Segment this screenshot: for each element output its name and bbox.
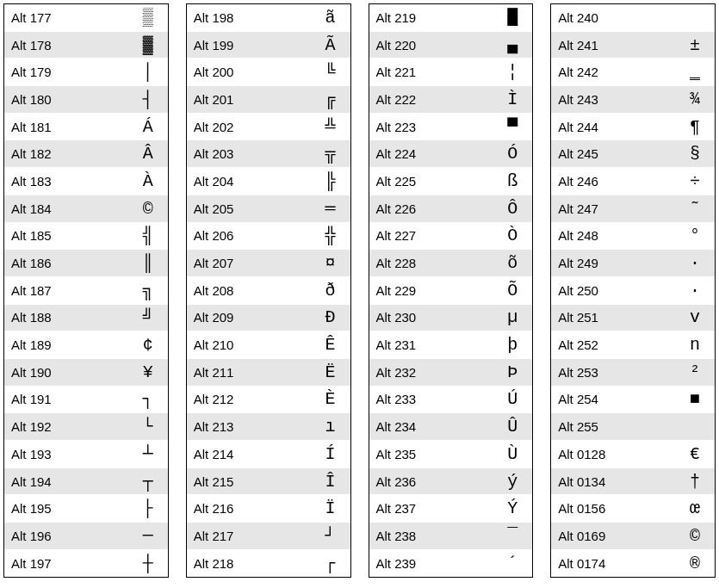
table-row: Alt 247˜ (551, 195, 715, 223)
symbol-cell: ¢ (128, 335, 168, 355)
alt-code-table: Alt 177▒Alt 178▓Alt 179│Alt 180┤Alt 181Á… (3, 3, 716, 578)
alt-code-label: Alt 0128 (551, 447, 675, 461)
table-row: Alt 227Ò (369, 223, 533, 251)
alt-code-label: Alt 214 (187, 447, 311, 461)
table-row: Alt 246÷ (551, 168, 715, 195)
symbol-cell: Ï (311, 498, 350, 518)
table-row: Alt 236ý (369, 468, 533, 496)
table-row: Alt 204╠ (187, 168, 350, 195)
symbol-cell: ± (675, 35, 715, 55)
symbol-cell: ı (311, 417, 350, 436)
symbol-cell: ╩ (311, 117, 350, 137)
column-1: Alt 198ãAlt 199ÃAlt 200╚Alt 201╔Alt 202╩… (186, 3, 351, 578)
alt-code-label: Alt 197 (4, 556, 128, 571)
symbol-cell: þ (493, 335, 532, 355)
alt-code-label: Alt 206 (187, 228, 311, 243)
symbol-cell: ã (311, 8, 350, 28)
alt-code-label: Alt 251 (551, 310, 675, 325)
symbol-cell: Á (128, 117, 168, 137)
table-row: Alt 196─ (4, 523, 168, 550)
symbol-cell: n (675, 335, 715, 355)
symbol-cell: ┤ (128, 90, 168, 109)
table-row: Alt 239´ (369, 550, 533, 578)
symbol-cell: Ô (493, 199, 532, 219)
alt-code-label: Alt 233 (369, 392, 493, 406)
symbol-cell: Ù (493, 444, 532, 464)
alt-code-label: Alt 211 (187, 365, 311, 380)
alt-code-label: Alt 195 (4, 501, 128, 516)
symbol-cell: ═ (311, 199, 350, 219)
table-row: Alt 219█ (369, 4, 533, 32)
table-row: Alt 228õ (369, 250, 533, 277)
alt-code-label: Alt 198 (187, 10, 311, 25)
alt-code-label: Alt 220 (369, 38, 493, 53)
alt-code-label: Alt 226 (369, 201, 493, 216)
alt-code-label: Alt 0169 (551, 529, 675, 543)
alt-code-label: Alt 237 (369, 501, 493, 516)
symbol-cell: ˜ (675, 199, 715, 219)
alt-code-label: Alt 188 (4, 310, 128, 325)
symbol-cell: ▒ (128, 8, 168, 28)
alt-code-label: Alt 189 (4, 337, 128, 352)
alt-code-label: Alt 253 (551, 365, 675, 380)
symbol-cell: ╝ (128, 307, 168, 327)
table-row: Alt 181Á (4, 114, 168, 141)
column-0: Alt 177▒Alt 178▓Alt 179│Alt 180┤Alt 181Á… (3, 3, 169, 578)
alt-code-label: Alt 201 (187, 92, 311, 107)
symbol-cell: ┐ (128, 389, 168, 409)
table-row: Alt 225ß (369, 168, 533, 195)
alt-code-label: Alt 228 (369, 256, 493, 270)
alt-code-label: Alt 208 (187, 283, 311, 298)
table-row: Alt 229Õ (369, 277, 533, 305)
table-row: Alt 248° (551, 223, 715, 251)
alt-code-label: Alt 239 (369, 556, 493, 571)
alt-code-label: Alt 209 (187, 310, 311, 325)
alt-code-label: Alt 181 (4, 120, 128, 134)
table-row: Alt 215Î (187, 468, 350, 496)
symbol-cell: € (675, 444, 715, 464)
symbol-cell: ║ (128, 253, 168, 273)
symbol-cell: ‗ (675, 62, 715, 82)
alt-code-label: Alt 182 (4, 146, 128, 161)
alt-code-label: Alt 207 (187, 256, 311, 270)
symbol-cell: œ (675, 498, 715, 518)
alt-code-label: Alt 234 (369, 419, 493, 434)
table-row: Alt 213ı (187, 413, 350, 441)
table-row: Alt 0169© (551, 523, 715, 550)
table-row: Alt 245§ (551, 140, 715, 168)
alt-code-label: Alt 180 (4, 92, 128, 107)
table-row: Alt 178▓ (4, 32, 168, 59)
alt-code-label: Alt 249 (551, 256, 675, 270)
table-row: Alt 177▒ (4, 4, 168, 32)
table-row: Alt 223▀ (369, 114, 533, 141)
symbol-cell: ð (311, 281, 350, 300)
alt-code-label: Alt 204 (187, 174, 311, 189)
table-row: Alt 237Ý (369, 495, 533, 523)
table-row: Alt 241± (551, 32, 715, 59)
alt-code-label: Alt 212 (187, 392, 311, 406)
symbol-cell: ┼ (128, 554, 168, 573)
table-row: Alt 208ð (187, 277, 350, 305)
table-row: Alt 216Ï (187, 495, 350, 523)
alt-code-label: Alt 219 (369, 10, 493, 25)
table-row: Alt 194┬ (4, 468, 168, 496)
symbol-cell: ° (675, 226, 715, 245)
alt-code-label: Alt 254 (551, 392, 675, 406)
alt-code-label: Alt 186 (4, 256, 128, 270)
alt-code-label: Alt 244 (551, 120, 675, 134)
table-row: Alt 0156œ (551, 495, 715, 523)
symbol-cell: Ë (311, 362, 350, 382)
symbol-cell: Õ (493, 281, 532, 300)
symbol-cell: © (675, 526, 715, 546)
table-row: Alt 212È (187, 387, 350, 414)
alt-code-label: Alt 183 (4, 174, 128, 189)
alt-code-label: Alt 247 (551, 201, 675, 216)
symbol-cell: ´ (493, 554, 532, 573)
alt-code-label: Alt 202 (187, 120, 311, 134)
symbol-cell: ¥ (128, 362, 168, 382)
table-row: Alt 250· (551, 277, 715, 305)
symbol-cell: © (128, 199, 168, 219)
alt-code-label: Alt 187 (4, 283, 128, 298)
table-row: Alt 220▄ (369, 32, 533, 59)
alt-code-label: Alt 196 (4, 529, 128, 543)
